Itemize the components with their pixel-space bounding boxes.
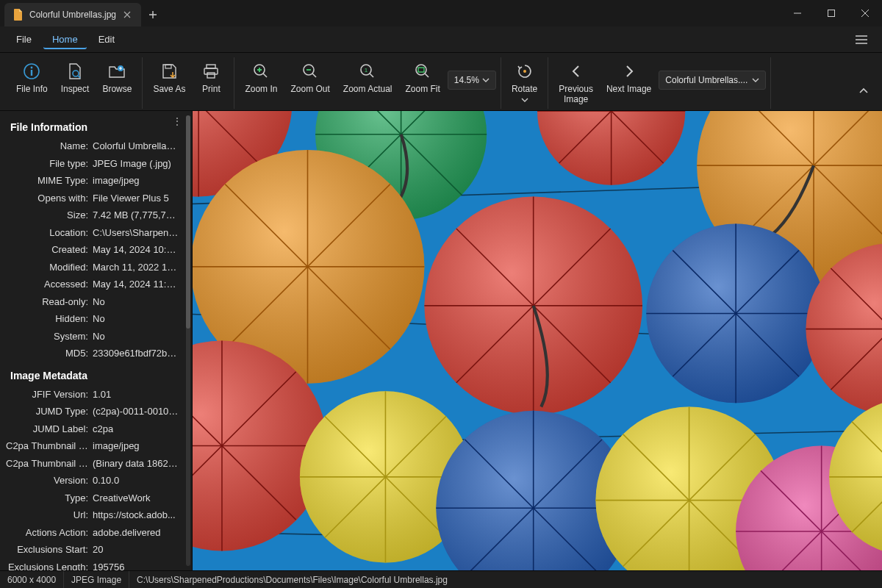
- info-key: System:: [6, 329, 93, 344]
- svg-point-14: [416, 65, 426, 75]
- svg-rect-3: [31, 70, 32, 76]
- document-tab[interactable]: Colorful Umbrellas.jpg: [4, 3, 141, 26]
- rotate-button[interactable]: Rotate: [506, 57, 543, 109]
- info-key: Exclusions Start:: [6, 542, 93, 557]
- info-value: No: [93, 329, 105, 344]
- menubar: File Home Edit: [0, 26, 882, 53]
- sidebar-scrollbar[interactable]: [186, 115, 190, 566]
- browse-button[interactable]: Browse: [96, 57, 137, 97]
- ribbon-group-output: Save As Print: [143, 57, 234, 109]
- save-as-button[interactable]: Save As: [147, 57, 191, 97]
- inspect-button[interactable]: Inspect: [55, 57, 96, 97]
- info-value: (c2pa)-0011-0010-...: [93, 404, 179, 419]
- chevron-left-icon: [567, 62, 586, 81]
- window-controls: [781, 0, 882, 26]
- svg-rect-7: [207, 65, 215, 68]
- info-value: CreativeWork: [93, 491, 151, 506]
- info-row: Created:May 14, 2024 10:46 AM: [0, 241, 192, 259]
- collapse-ribbon-button[interactable]: [851, 57, 876, 109]
- info-key: Exclusions Length:: [6, 560, 93, 571]
- info-key: Created:: [6, 243, 93, 257]
- zoom-level-dropdown[interactable]: 14.5%: [448, 71, 496, 90]
- info-key: JUMD Type:: [6, 404, 93, 419]
- image-viewport[interactable]: [193, 111, 882, 570]
- zoom-fit-icon: [413, 62, 432, 81]
- previous-image-button[interactable]: Previous Image: [553, 57, 599, 109]
- info-key: Type:: [6, 491, 93, 506]
- svg-point-2: [31, 67, 33, 69]
- info-key: Accessed:: [6, 277, 93, 292]
- tab-close-button[interactable]: [122, 10, 132, 20]
- new-tab-button[interactable]: [141, 3, 165, 26]
- info-value: No: [93, 312, 105, 326]
- info-row: Exclusions Start:20: [0, 541, 192, 559]
- svg-point-4: [73, 71, 79, 76]
- info-row: Exclusions Length:195756: [0, 559, 192, 571]
- menu-home[interactable]: Home: [43, 29, 87, 49]
- zoom-fit-button[interactable]: Zoom Fit: [400, 57, 446, 97]
- ribbon-group-rotate: Rotate: [501, 57, 548, 109]
- next-image-button[interactable]: Next Image: [600, 57, 657, 109]
- zoom-actual-icon: 1: [358, 62, 377, 81]
- info-value: image/jpeg: [93, 173, 140, 188]
- info-key: Hidden:: [6, 312, 93, 326]
- svg-point-16: [523, 70, 526, 73]
- info-row: JFIF Version:1.01: [0, 386, 192, 404]
- info-key: Name:: [6, 139, 93, 154]
- info-row: Location:C:\Users\SharpenedProdu...: [0, 224, 192, 242]
- menu-edit[interactable]: Edit: [90, 29, 123, 49]
- close-button[interactable]: [848, 0, 882, 26]
- ribbon-group-file: File Info Inspect Browse: [6, 57, 143, 109]
- svg-text:1: 1: [365, 67, 368, 74]
- svg-rect-8: [204, 68, 218, 74]
- folder-icon: [107, 62, 126, 81]
- info-key: C2pa Thumbnail Claim...: [6, 439, 93, 453]
- info-row: JUMD Label:c2pa: [0, 420, 192, 438]
- zoom-out-button[interactable]: Zoom Out: [284, 57, 335, 97]
- ribbon-group-nav: Previous Image Next Image Colorful Umbre…: [548, 57, 771, 109]
- titlebar: Colorful Umbrellas.jpg: [0, 0, 882, 26]
- svg-rect-15: [418, 68, 424, 72]
- hamburger-menu[interactable]: [848, 31, 875, 49]
- print-icon: [201, 62, 220, 81]
- zoom-actual-button[interactable]: 1 Zoom Actual: [337, 57, 398, 97]
- info-key: Url:: [6, 508, 93, 523]
- info-row: C2pa Thumbnail Claim...image/jpeg: [0, 437, 192, 455]
- info-key: JFIF Version:: [6, 387, 93, 402]
- info-key: Actions Action:: [6, 526, 93, 540]
- info-value: File Viewer Plus 5: [93, 191, 169, 206]
- info-row: MD5:23309e61fbdf72bf9331a6e...: [0, 345, 192, 362]
- print-button[interactable]: Print: [193, 57, 229, 97]
- info-value: March 11, 2022 11:07 AM: [93, 260, 179, 275]
- tab-title: Colorful Umbrellas.jpg: [29, 10, 116, 20]
- info-value: C:\Users\SharpenedProdu...: [93, 226, 179, 240]
- status-path: C:\Users\SharpenedProductions\Documents\…: [129, 571, 455, 588]
- menu-file[interactable]: File: [7, 29, 40, 49]
- info-key: MIME Type:: [6, 173, 93, 188]
- zoom-in-icon: [251, 62, 270, 81]
- info-value: 20: [93, 542, 103, 557]
- maximize-button[interactable]: [814, 0, 848, 26]
- info-key: File type:: [6, 157, 93, 171]
- info-row: Size:7.42 MB (7,775,768 bytes): [0, 207, 192, 224]
- info-value: 195756: [93, 560, 124, 571]
- file-info-button[interactable]: File Info: [10, 57, 54, 97]
- info-key: Location:: [6, 226, 93, 240]
- info-value: 23309e61fbdf72bf9331a6e...: [93, 346, 179, 361]
- metadata-list: JFIF Version:1.01JUMD Type:(c2pa)-0011-0…: [0, 386, 192, 571]
- info-row: Hidden:No: [0, 310, 192, 328]
- statusbar: 6000 x 4000 JPEG Image C:\Users\Sharpene…: [0, 570, 882, 588]
- rotate-icon: [515, 62, 534, 81]
- file-selector-dropdown[interactable]: Colorful Umbrellas....: [659, 71, 766, 90]
- sidebar-menu-button[interactable]: ⋮: [172, 115, 183, 127]
- info-value: adobe.delivered: [93, 526, 161, 540]
- ribbon-group-zoom: Zoom In Zoom Out 1 Zoom Actual Zoom Fit …: [234, 57, 501, 109]
- info-key: Size:: [6, 208, 93, 223]
- image-content: [193, 111, 882, 570]
- minimize-button[interactable]: [781, 0, 814, 26]
- zoom-in-button[interactable]: Zoom In: [239, 57, 283, 97]
- info-row: Name:Colorful Umbrellas.jpg: [0, 137, 192, 155]
- info-row: Version:0.10.0: [0, 472, 192, 490]
- image-metadata-heading: Image Metadata: [0, 362, 192, 386]
- chevron-right-icon: [620, 62, 639, 81]
